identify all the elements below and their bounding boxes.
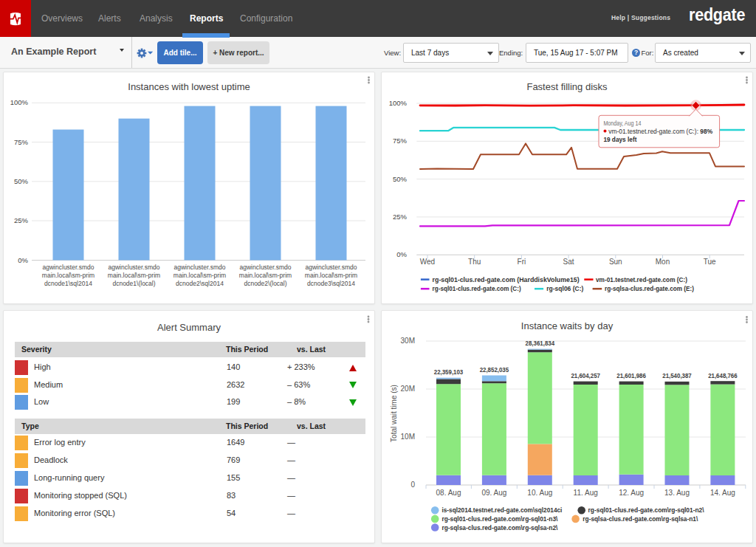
svg-text:75%: 75% (14, 138, 29, 146)
svg-text:21,604,257: 21,604,257 (571, 372, 600, 379)
svg-text:08. Aug: 08. Aug (436, 489, 461, 497)
svg-text:Fastest filling disks: Fastest filling disks (526, 81, 608, 92)
svg-text:rg-sql01-clus.red-gate.com\rg-: rg-sql01-clus.red-gate.com\rg-sql01-n2\ (588, 506, 704, 514)
svg-text:dcnode3\sql2014: dcnode3\sql2014 (307, 280, 355, 287)
svg-text:19 days left: 19 days left (603, 136, 636, 143)
svg-text:21,648,766: 21,648,766 (708, 372, 738, 379)
svg-text:30M: 30M (401, 337, 415, 345)
svg-text:main.local\sm-prim: main.local\sm-prim (42, 272, 94, 279)
svg-text:rg-sql06 (C:): rg-sql06 (C:) (546, 284, 583, 292)
svg-text:0%: 0% (18, 256, 28, 264)
svg-text:Sun: Sun (609, 258, 622, 266)
svg-text:vm-01.testnet.red-gate.com (C:: vm-01.testnet.red-gate.com (C:) (596, 275, 687, 283)
svg-text:rg-sqlsa-clus.red-gate.com\rg-: rg-sqlsa-clus.red-gate.com\rg-sqlsa-n2\ (441, 523, 557, 531)
svg-text:main.local\sm-prim: main.local\sm-prim (108, 272, 160, 279)
svg-text:20M: 20M (401, 385, 415, 393)
svg-text:10M: 10M (401, 433, 415, 441)
svg-text:21,601,986: 21,601,986 (616, 372, 646, 379)
svg-text:main.local\sm-prim: main.local\sm-prim (173, 272, 226, 279)
svg-text:Mon: Mon (656, 258, 670, 266)
svg-text:12. Aug: 12. Aug (619, 489, 644, 497)
svg-text:rg-sql01-clus.red-gate.com\rg-: rg-sql01-clus.red-gate.com\rg-sql01-n3\ (441, 515, 557, 523)
svg-text:rg-sqlsa-clus.red-gate.com (E:: rg-sqlsa-clus.red-gate.com (E:) (605, 284, 694, 292)
svg-text:agwincluster.smdo: agwincluster.smdo (109, 264, 160, 271)
svg-text:13. Aug: 13. Aug (664, 489, 690, 497)
svg-text:Instance waits by day: Instance waits by day (521, 320, 614, 331)
svg-text:Tue: Tue (704, 258, 716, 266)
svg-text:11. Aug: 11. Aug (574, 489, 598, 497)
svg-text:100%: 100% (10, 98, 29, 106)
svg-text:10. Aug: 10. Aug (527, 489, 552, 497)
svg-text:0%: 0% (396, 250, 407, 258)
svg-text:agwincluster.smdo: agwincluster.smdo (306, 264, 357, 271)
svg-text:Total wait time (s): Total wait time (s) (390, 385, 398, 442)
svg-text:25%: 25% (393, 213, 408, 221)
svg-text:09. Aug: 09. Aug (481, 489, 506, 497)
svg-text:dcnode2\sql2014: dcnode2\sql2014 (176, 280, 224, 287)
svg-text:50%: 50% (393, 175, 408, 183)
svg-text:rg-sql01-clus.red-gate.com (C:: rg-sql01-clus.red-gate.com (C:) (433, 284, 521, 292)
svg-text:Thu: Thu (468, 258, 481, 266)
svg-text:agwincluster.smdo: agwincluster.smdo (174, 264, 226, 271)
svg-text:dcnode1\sql2014: dcnode1\sql2014 (44, 280, 92, 287)
svg-text:main.local\sm-prim: main.local\sm-prim (305, 272, 357, 279)
svg-text:14. Aug: 14. Aug (710, 489, 735, 497)
svg-text:is-sql2014.testnet.red-gate.co: is-sql2014.testnet.red-gate.com\sql2014c… (441, 506, 562, 514)
svg-text:22,852,035: 22,852,035 (480, 366, 509, 374)
svg-text:25%: 25% (14, 216, 29, 224)
svg-text:75%: 75% (393, 137, 408, 145)
svg-text:21,540,387: 21,540,387 (662, 372, 692, 379)
svg-text:Fri: Fri (518, 258, 526, 266)
svg-text:agwincluster.smdo: agwincluster.smdo (43, 264, 94, 271)
svg-text:Sat: Sat (563, 258, 574, 266)
svg-text:agwincluster.smdo: agwincluster.smdo (240, 264, 292, 271)
svg-text:Monday, Aug 14: Monday, Aug 14 (603, 120, 641, 127)
svg-text:main.local\sm-prim: main.local\sm-prim (239, 272, 292, 279)
svg-text:50%: 50% (14, 177, 29, 185)
svg-text:dcnode2\(local): dcnode2\(local) (244, 280, 286, 287)
svg-text:0: 0 (410, 481, 415, 489)
svg-text:vm-01.testnet.red-gate.com (C:: vm-01.testnet.red-gate.com (C:): 98% (608, 128, 712, 135)
svg-text:22,359,103: 22,359,103 (434, 368, 464, 376)
svg-text:dcnode1\(local): dcnode1\(local) (112, 280, 155, 287)
svg-text:28,361,834: 28,361,834 (526, 340, 555, 347)
svg-text:Instances with lowest uptime: Instances with lowest uptime (128, 81, 250, 92)
svg-text:rg-sql01-clus.red-gate.com (Ha: rg-sql01-clus.red-gate.com (HarddiskVolu… (433, 275, 580, 283)
svg-text:rg-sqlsa-clus.red-gate.com\rg-: rg-sqlsa-clus.red-gate.com\rg-sqlsa-n1\ (583, 515, 698, 523)
svg-text:Wed: Wed (420, 258, 435, 266)
svg-text:100%: 100% (389, 99, 408, 107)
